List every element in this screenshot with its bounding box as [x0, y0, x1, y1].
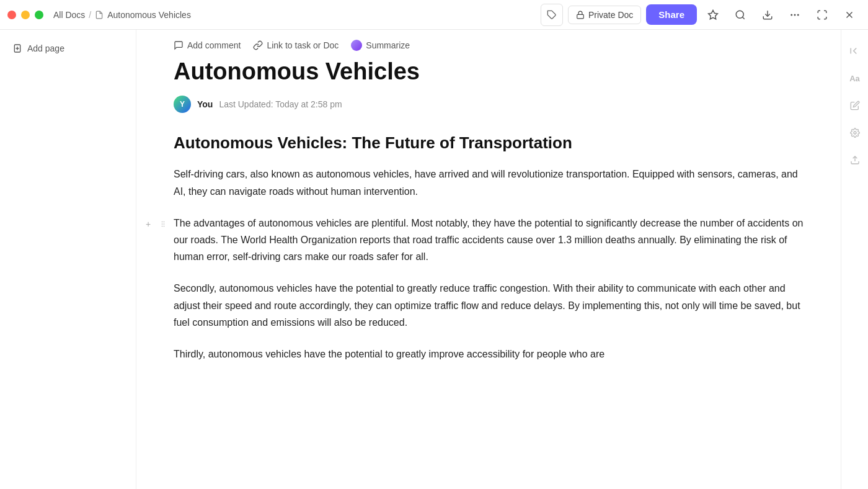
svg-point-7 [794, 14, 796, 16]
paragraph-1[interactable]: Self-driving cars, also known as autonom… [174, 166, 804, 199]
breadcrumb-doc-title[interactable]: Autonomous Vehicles [107, 10, 191, 20]
svg-rect-1 [577, 14, 584, 18]
export-button[interactable] [756, 4, 779, 26]
svg-line-4 [742, 17, 744, 19]
close-button[interactable] [838, 4, 861, 26]
edit-icon[interactable] [846, 97, 864, 114]
svg-marker-2 [709, 10, 718, 19]
author-name: You [197, 99, 213, 109]
main-layout: Add page Add comment Link to task or Doc [0, 30, 868, 489]
last-updated: Last Updated: Today at 2:58 pm [219, 99, 342, 109]
titlebar-right: Private Doc Share [541, 4, 861, 26]
avatar: Y [174, 96, 191, 113]
link-to-task-button[interactable]: Link to task or Doc [253, 40, 339, 50]
star-button[interactable] [702, 4, 724, 26]
more-options-button[interactable] [784, 4, 806, 26]
breadcrumb-all-docs[interactable]: All Docs [53, 10, 85, 20]
svg-point-3 [736, 11, 743, 18]
link-to-task-label: Link to task or Doc [267, 40, 339, 50]
right-panel: Aa [841, 30, 868, 489]
titlebar: All Docs / Autonomous Vehicles Private D… [0, 0, 868, 30]
minimize-window-btn[interactable] [21, 11, 30, 19]
doc-icon [95, 11, 104, 19]
breadcrumb-separator: / [89, 10, 91, 20]
add-page-button[interactable]: Add page [7, 40, 69, 57]
main-content[interactable]: Add comment Link to task or Doc Summariz… [136, 30, 841, 489]
private-doc-button[interactable]: Private Doc [568, 6, 641, 24]
author-row: Y You Last Updated: Today at 2:58 pm [174, 96, 804, 113]
paragraph-4[interactable]: Thirdly, autonomous vehicles have the po… [174, 346, 804, 362]
document-title[interactable]: Autonomous Vehicles [174, 58, 804, 86]
drag-handle-button[interactable] [156, 217, 170, 231]
fullscreen-button[interactable] [811, 4, 833, 26]
add-page-label: Add page [27, 43, 64, 53]
paragraph-3[interactable]: Secondly, autonomous vehicles have the p… [174, 280, 804, 331]
svg-point-8 [797, 14, 799, 16]
add-comment-button[interactable]: Add comment [174, 40, 241, 50]
svg-point-6 [790, 14, 792, 16]
summarize-label: Summarize [366, 40, 410, 50]
svg-point-17 [164, 223, 165, 225]
maximize-window-btn[interactable] [35, 11, 43, 19]
share-button[interactable]: Share [646, 4, 697, 25]
paragraph-2-block[interactable]: + The advantages of autonomous vehicles … [174, 215, 804, 266]
svg-point-14 [162, 222, 163, 223]
breadcrumb: All Docs / Autonomous Vehicles [53, 10, 191, 20]
heading-1[interactable]: Autonomous Vehicles: The Future of Trans… [174, 133, 804, 154]
summarize-icon [351, 40, 362, 51]
svg-point-21 [854, 132, 856, 134]
close-window-btn[interactable] [7, 11, 16, 19]
font-size-icon[interactable]: Aa [846, 70, 864, 87]
svg-point-19 [164, 226, 165, 227]
paragraph-2-text: The advantages of autonomous vehicles ar… [174, 218, 803, 262]
search-button[interactable] [729, 4, 751, 26]
private-doc-label: Private Doc [588, 10, 633, 20]
add-comment-label: Add comment [187, 40, 241, 50]
collapse-sidebar-icon[interactable] [846, 42, 864, 60]
block-controls: + [141, 217, 170, 231]
upload-icon[interactable] [846, 151, 864, 169]
settings-icon[interactable] [846, 124, 864, 141]
doc-toolbar: Add comment Link to task or Doc Summariz… [174, 30, 804, 58]
sidebar: Add page [0, 30, 136, 489]
add-block-button[interactable]: + [141, 217, 155, 231]
window-controls [7, 11, 43, 19]
svg-point-16 [162, 223, 163, 225]
svg-point-15 [164, 222, 165, 223]
tag-button[interactable] [541, 4, 563, 26]
summarize-button[interactable]: Summarize [351, 40, 410, 51]
svg-point-18 [162, 226, 163, 227]
